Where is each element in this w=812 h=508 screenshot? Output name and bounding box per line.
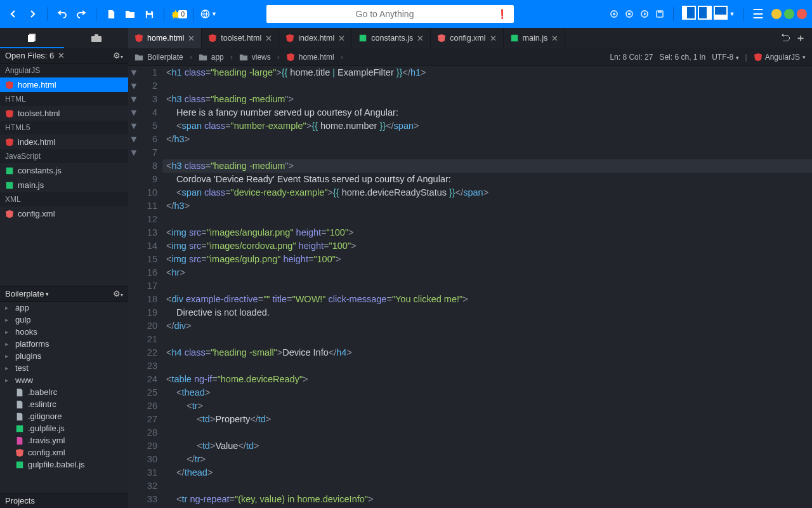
- breadcrumb-bar: Boilerplate› app› views› home.html› Ln: …: [128, 48, 812, 66]
- new-tab-button[interactable]: ＋: [796, 32, 806, 45]
- open-file-main-js[interactable]: main.js: [0, 178, 128, 192]
- svg-rect-7: [628, 13, 631, 15]
- close-icon[interactable]: ✕: [417, 34, 424, 43]
- svg-rect-1: [147, 15, 152, 18]
- forward-button[interactable]: [24, 6, 41, 22]
- crumb-seg[interactable]: views: [252, 53, 271, 62]
- close-panel-icon[interactable]: ✕: [58, 51, 65, 60]
- tree-item--gitignore[interactable]: .gitignore: [0, 410, 128, 422]
- save-button[interactable]: [141, 6, 157, 22]
- lang-header: HTML5: [0, 121, 128, 135]
- lang-header: XML: [0, 192, 128, 206]
- save-macro-button[interactable]: [653, 7, 667, 21]
- svg-point-2: [173, 11, 179, 18]
- status-encoding[interactable]: UTF-8 ▾: [712, 53, 738, 62]
- close-button[interactable]: [797, 9, 807, 19]
- projects-label: Projects: [5, 496, 35, 505]
- svg-rect-15: [360, 35, 367, 42]
- lang-header: HTML: [0, 92, 128, 106]
- sidebar-tab-files[interactable]: [0, 28, 64, 48]
- tree-item-gulpfile-babel-js[interactable]: gulpfile.babel.js: [0, 458, 128, 471]
- tree-item-app[interactable]: ▸app: [0, 302, 128, 314]
- minimize-button[interactable]: [771, 9, 782, 19]
- layout-left-button[interactable]: [682, 6, 696, 20]
- tree-root-label: Boilerplate: [5, 289, 44, 298]
- tab-constants-js[interactable]: constants.js✕: [352, 28, 431, 48]
- open-file-config-xml[interactable]: config.xml: [0, 206, 128, 221]
- close-icon[interactable]: ✕: [265, 34, 272, 43]
- open-folder-button[interactable]: [122, 6, 138, 22]
- editor: Boilerplate› app› views› home.html› Ln: …: [128, 48, 812, 508]
- crumb-root[interactable]: Boilerplate: [147, 53, 183, 62]
- crumb-file[interactable]: home.html: [299, 53, 334, 62]
- main-toolbar: 0 ▼ ❗ ▼ ☰: [0, 0, 812, 28]
- open-file-index-html[interactable]: index.html: [0, 135, 128, 149]
- close-icon[interactable]: ✕: [338, 34, 345, 43]
- tree-item-platforms[interactable]: ▸platforms: [0, 338, 128, 350]
- macro-controls: [607, 7, 667, 21]
- gear-icon[interactable]: ⚙▾: [113, 51, 123, 60]
- close-icon[interactable]: ✕: [551, 34, 558, 43]
- close-icon[interactable]: ✕: [490, 34, 497, 43]
- tab-home-html[interactable]: home.html✕: [128, 28, 202, 48]
- debug-button[interactable]: 0: [171, 6, 187, 22]
- menu-button[interactable]: ☰: [750, 6, 766, 22]
- layout-bottom-button[interactable]: [714, 6, 728, 20]
- tree-item-test[interactable]: ▸test: [0, 362, 128, 374]
- tree-item-config-xml[interactable]: config.xml: [0, 446, 128, 458]
- tab-bar: home.html✕toolset.html✕index.html✕consta…: [0, 28, 812, 48]
- back-button[interactable]: [5, 6, 22, 22]
- record-button[interactable]: [607, 7, 621, 21]
- svg-rect-0: [147, 10, 151, 13]
- svg-rect-10: [658, 11, 662, 13]
- sidebar: Open Files: 6 ✕ ⚙▾ AngularJShome.htmlHTM…: [0, 48, 128, 508]
- crumb-seg[interactable]: app: [211, 53, 224, 62]
- gear-icon[interactable]: ⚙▾: [113, 289, 123, 298]
- projects-header[interactable]: Projects: [0, 493, 128, 508]
- tree-root-header[interactable]: Boilerplate▾ ⚙▾: [0, 286, 128, 302]
- browser-preview-button[interactable]: ▼: [200, 6, 217, 22]
- tab-main-js[interactable]: main.js✕: [504, 28, 566, 48]
- close-icon[interactable]: ✕: [188, 34, 195, 43]
- maximize-button[interactable]: [784, 9, 794, 19]
- tree-item--eslintrc[interactable]: .eslintrc: [0, 398, 128, 410]
- tree-item--gulpfile-js[interactable]: .gulpfile.js: [0, 422, 128, 434]
- angular-icon: [754, 53, 763, 62]
- tree-item-www[interactable]: ▸www: [0, 374, 128, 386]
- svg-rect-16: [511, 35, 518, 42]
- redo-button[interactable]: [73, 6, 89, 22]
- tab-toolset-html[interactable]: toolset.html✕: [202, 28, 279, 48]
- open-file-constants-js[interactable]: constants.js: [0, 163, 128, 178]
- tree-item-plugins[interactable]: ▸plugins: [0, 350, 128, 362]
- warning-icon: ❗: [497, 9, 508, 19]
- open-files-label: Open Files: 6: [5, 51, 54, 60]
- lang-header: JavaScript: [0, 149, 128, 163]
- svg-rect-14: [95, 34, 98, 37]
- open-file-home-html[interactable]: home.html: [0, 77, 128, 92]
- play-button[interactable]: [638, 7, 652, 21]
- lang-header: AngularJS: [0, 64, 128, 77]
- tab-config-xml[interactable]: config.xml✕: [431, 28, 503, 48]
- layout-right-button[interactable]: [698, 6, 712, 20]
- new-file-button[interactable]: [103, 6, 119, 22]
- undo-button[interactable]: [54, 6, 70, 22]
- code-area[interactable]: ▼▼▼▼▼▼▼ 12345678910111213141516171819202…: [128, 66, 812, 508]
- angular-icon: [286, 53, 295, 62]
- tree-item--travis-yml[interactable]: .travis.yml: [0, 434, 128, 446]
- layout-menu-button[interactable]: ▼: [728, 6, 737, 22]
- tree-item--babelrc[interactable]: .babelrc: [0, 386, 128, 398]
- search-input[interactable]: [273, 9, 497, 19]
- restore-tab-button[interactable]: ⮌: [780, 32, 790, 44]
- open-files-header[interactable]: Open Files: 6 ✕ ⚙▾: [0, 48, 128, 64]
- open-file-toolset-html[interactable]: toolset.html: [0, 106, 128, 121]
- tree-item-hooks[interactable]: ▸hooks: [0, 326, 128, 338]
- tab-index-html[interactable]: index.html✕: [279, 28, 352, 48]
- goto-anything-search[interactable]: ❗: [266, 5, 514, 23]
- sidebar-tab-toolbox[interactable]: [64, 28, 128, 48]
- status-language[interactable]: AngularJS▾: [754, 53, 806, 62]
- svg-rect-12: [28, 35, 34, 42]
- status-position[interactable]: Ln: 8 Col: 27: [610, 53, 653, 62]
- stop-button[interactable]: [622, 7, 636, 21]
- debug-count: 0: [178, 10, 187, 18]
- tree-item-gulp[interactable]: ▸gulp: [0, 314, 128, 326]
